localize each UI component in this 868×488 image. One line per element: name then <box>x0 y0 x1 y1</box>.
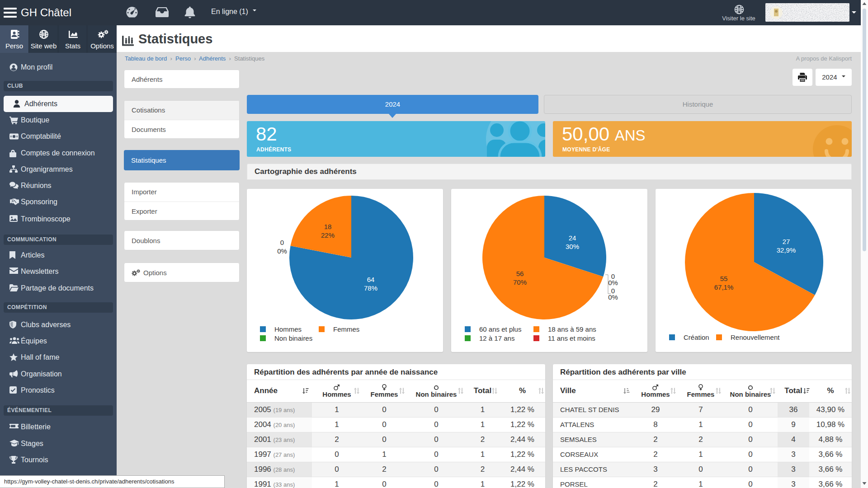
svg-text:11 ans et moins: 11 ans et moins <box>548 334 595 342</box>
svg-text:12 à 17 ans: 12 à 17 ans <box>479 334 514 342</box>
svg-text:27: 27 <box>783 238 790 245</box>
svg-text:Renouvellement: Renouvellement <box>731 333 780 341</box>
svg-text:0%: 0% <box>608 293 618 301</box>
svg-text:64: 64 <box>367 276 375 283</box>
svg-text:70%: 70% <box>513 278 527 286</box>
svg-text:18 ans à 59 ans: 18 ans à 59 ans <box>548 325 596 333</box>
svg-text:Hommes: Hommes <box>274 325 302 333</box>
svg-text:Création: Création <box>684 333 709 341</box>
svg-text:32,9%: 32,9% <box>777 246 796 254</box>
svg-text:0%: 0% <box>277 247 287 255</box>
svg-text:0: 0 <box>280 239 284 246</box>
svg-text:78%: 78% <box>364 284 377 292</box>
svg-text:30%: 30% <box>566 243 579 250</box>
svg-text:60 ans et plus: 60 ans et plus <box>479 325 521 333</box>
svg-text:Femmes: Femmes <box>333 325 359 333</box>
svg-text:22%: 22% <box>321 231 335 239</box>
svg-text:Non binaires: Non binaires <box>274 334 312 342</box>
svg-text:18: 18 <box>324 223 332 230</box>
svg-text:0%: 0% <box>608 279 618 286</box>
svg-text:24: 24 <box>569 234 576 242</box>
svg-text:55: 55 <box>720 275 728 282</box>
svg-text:56: 56 <box>516 270 524 277</box>
svg-text:67,1%: 67,1% <box>714 283 734 291</box>
